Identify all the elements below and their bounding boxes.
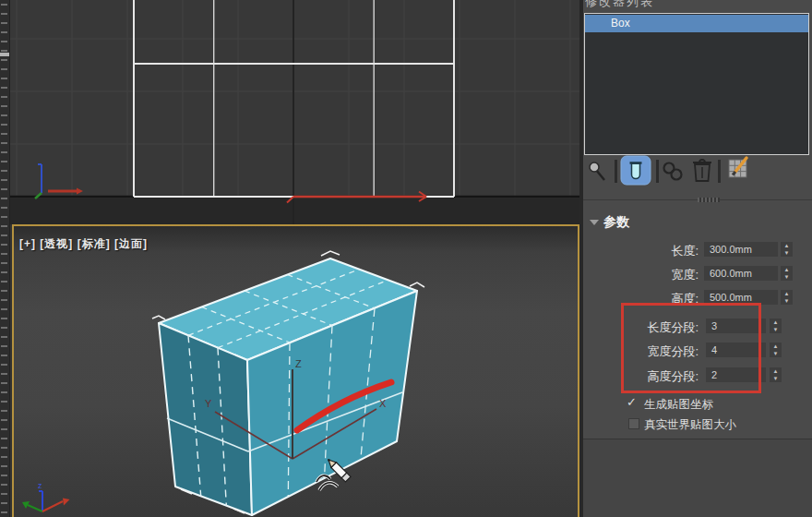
checkbox-unchecked-icon[interactable] (628, 418, 639, 429)
remove-modifier-icon[interactable] (693, 160, 711, 181)
width-input[interactable]: 600.0mm (704, 266, 778, 281)
red-highlight-annotation (621, 303, 761, 393)
test-tube-icon (632, 163, 640, 179)
stack-item-box[interactable]: Box (585, 15, 808, 32)
generate-mapping-coords-row[interactable]: ✓ 生成贴图坐标 (583, 395, 812, 412)
world-axes (10, 0, 579, 224)
viewport-label[interactable]: [+] [透视] [标准] [边面] (19, 236, 148, 252)
modifier-stack-list[interactable]: Box (584, 13, 809, 155)
gizmo-y-label: Y (205, 398, 212, 409)
width-spinner[interactable]: ▲▼ (781, 266, 793, 281)
param-row-width: 宽度: 600.0mm ▲▼ (583, 265, 812, 282)
top-view-canvas (10, 0, 579, 224)
toolbar-separator (718, 160, 721, 183)
rollout-collapse-icon[interactable] (590, 220, 599, 225)
length-label: 长度: (583, 243, 699, 259)
configure-modifier-sets-icon[interactable] (729, 158, 746, 177)
stack-toolbar (583, 154, 812, 193)
3dsmax-window: Z X Y (0, 0, 812, 517)
left-ruler-strip (0, 0, 10, 517)
modifier-list-clipped[interactable]: 修改器列表 (585, 0, 723, 11)
parameters-rollout-header[interactable]: 参数 (583, 213, 812, 232)
length-spinner[interactable]: ▲▼ (781, 242, 793, 257)
param-row-length: 长度: 300.0mm ▲▼ (583, 241, 812, 258)
height-segs-spinner[interactable]: ▲▼ (770, 367, 782, 382)
length-segs-spinner[interactable]: ▲▼ (770, 319, 782, 333)
real-world-map-size-row[interactable]: 真实世界贴图大小 (583, 415, 812, 432)
make-unique-icon[interactable] (664, 163, 682, 180)
ruler-major-tick (0, 53, 9, 56)
viewport-top-view[interactable] (10, 0, 579, 224)
checkbox-checked-icon[interactable]: ✓ (627, 395, 637, 409)
width-label: 宽度: (583, 267, 699, 283)
panel-lower-area (583, 439, 812, 517)
toolbar-separator (656, 160, 659, 183)
pin-stack-icon[interactable] (590, 162, 604, 180)
width-segs-spinner[interactable]: ▲▼ (770, 343, 782, 357)
toolbar-separator (615, 160, 617, 183)
viewport-perspective[interactable]: Z X Y (12, 224, 579, 517)
perspective-canvas: Z X Y (14, 226, 578, 517)
height-spinner[interactable]: ▲▼ (781, 290, 793, 305)
real-world-map-size-label: 真实世界贴图大小 (644, 417, 736, 433)
gizmo-z-label: Z (295, 358, 302, 369)
modifier-list-label: 修改器列表 (585, 0, 723, 10)
origin-axis-gizmo (35, 164, 83, 198)
rollout-title: 参数 (603, 214, 629, 231)
ruler-ticks (1, 0, 7, 517)
length-input[interactable]: 300.0mm (704, 242, 778, 257)
world-axis-tripod: z (22, 481, 70, 511)
tripod-z-label: z (38, 481, 42, 490)
generate-mapping-coords-label: 生成贴图坐标 (644, 397, 713, 413)
grid-lines (10, 0, 579, 224)
viewport-bottom-band (10, 198, 579, 225)
command-panel: 修改器列表 Box (583, 0, 812, 517)
gizmo-x-label: X (379, 398, 387, 409)
show-end-result-button[interactable] (621, 156, 651, 185)
divider-grip[interactable] (698, 198, 720, 202)
stack-item-label: Box (611, 15, 808, 32)
